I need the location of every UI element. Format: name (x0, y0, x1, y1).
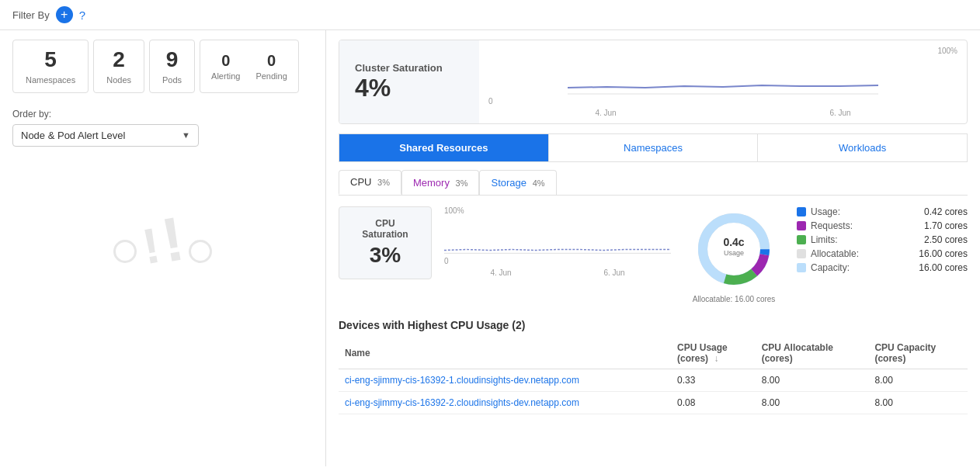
x-label-1: 4. Jun (595, 109, 616, 117)
help-button[interactable]: ? (79, 9, 85, 22)
alert-pending-stat: 0 Alerting 0 Pending (200, 40, 299, 93)
sub-tab-cpu[interactable]: CPU 3% (339, 170, 401, 195)
cpu-x-label-1: 4. Jun (490, 268, 511, 277)
limits-legend-dot (797, 235, 806, 244)
usage-legend-value: 0.42 cores (905, 206, 968, 217)
right-panel: Cluster Saturation 4% 100% 0 4. Jun 6. J… (326, 30, 980, 466)
chart-bottom-label: 0 (488, 97, 957, 106)
chart-x-labels: 4. Jun 6. Jun (488, 109, 957, 117)
legend-limits: Limits: 2.50 cores (797, 234, 968, 245)
device-cpu-cap: 8.00 (868, 369, 968, 392)
requests-legend-label: Requests: (811, 220, 853, 231)
capacity-legend-value: 16.00 cores (905, 262, 968, 273)
col-cpu-alloc: CPU Allocatable(cores) (756, 338, 869, 369)
device-cpu-usage: 0.08 (671, 392, 756, 414)
top-bar: Filter By + ? (0, 0, 980, 30)
pending-stat: 0 Pending (255, 52, 287, 81)
table-header-row: Name CPU Usage(cores) ↓ CPU Allocatable(… (339, 338, 968, 369)
namespaces-label: Namespaces (26, 75, 75, 85)
order-by-dropdown[interactable]: Node & Pod Alert Level ▼ (12, 124, 199, 147)
usage-legend-label: Usage: (811, 206, 840, 217)
storage-tab-label: Storage (491, 177, 526, 189)
cpu-line-chart (444, 216, 671, 255)
cpu-chart-top-label: 100% (444, 206, 671, 215)
donut-center-label: Usage (724, 249, 744, 257)
cpu-section: CPU Saturation 3% 100% 0 4. Jun 6. Jun (339, 206, 968, 303)
memory-tab-badge: 3% (456, 178, 468, 188)
device-cpu-cap: 8.00 (868, 392, 968, 414)
namespaces-stat: 5 Namespaces (12, 40, 89, 93)
devices-table: Name CPU Usage(cores) ↓ CPU Allocatable(… (339, 338, 968, 414)
device-name-cell: ci-eng-sjimmy-cis-16392-1.cloudinsights-… (339, 369, 671, 392)
devices-section: Devices with Highest CPU Usage (2) Name … (339, 319, 968, 414)
memory-tab-label: Memory (413, 177, 450, 189)
col-name: Name (339, 338, 671, 369)
allocatable-legend-dot (797, 249, 806, 258)
device-cpu-alloc: 8.00 (756, 369, 869, 392)
cluster-saturation-line-chart (488, 57, 957, 95)
chart-top-label: 100% (488, 47, 957, 55)
device-name-cell: ci-eng-sjimmy-cis-16392-2.cloudinsights-… (339, 392, 671, 414)
device-cpu-usage: 0.33 (671, 369, 756, 392)
donut-center-value: 0.4c (723, 236, 744, 248)
legend-capacity: Capacity: 16.00 cores (797, 262, 968, 273)
pending-label: Pending (255, 71, 287, 81)
cpu-x-label-2: 6. Jun (603, 268, 624, 277)
sub-tab-memory[interactable]: Memory 3% (401, 170, 479, 195)
table-row: ci-eng-sjimmy-cis-16392-2.cloudinsights-… (339, 392, 968, 414)
cpu-saturation-box: CPU Saturation 3% (339, 206, 432, 279)
cluster-saturation-chart: 100% 0 4. Jun 6. Jun (479, 40, 967, 123)
cluster-saturation-card: Cluster Saturation 4% 100% 0 4. Jun 6. J… (339, 40, 968, 124)
requests-legend-value: 1.70 cores (905, 220, 968, 231)
pods-value: 9 (162, 48, 182, 72)
allocatable-legend-value: 16.00 cores (905, 248, 968, 259)
storage-tab-badge: 4% (533, 178, 545, 188)
main-tabs: Shared Resources Namespaces Workloads (339, 133, 968, 162)
donut-allocatable-label: Allocatable: 16.00 cores (693, 295, 776, 303)
cluster-saturation-value: 4% (355, 74, 464, 102)
empty-state: ! ! (12, 209, 313, 271)
cpu-tab-badge: 3% (377, 178, 390, 187)
alerting-stat: 0 Alerting (211, 52, 240, 81)
donut-chart: 0.4c Usage (691, 206, 777, 292)
filter-by-label: Filter By (12, 9, 50, 21)
cpu-sat-label1: CPU (353, 218, 417, 229)
pods-stat: 9 Pods (149, 40, 195, 93)
tab-shared-resources[interactable]: Shared Resources (339, 134, 549, 161)
cpu-chart-bottom-label: 0 (444, 257, 671, 265)
cluster-saturation-box: Cluster Saturation 4% (339, 40, 479, 123)
limits-legend-value: 2.50 cores (905, 234, 968, 245)
requests-legend-dot (797, 221, 806, 230)
tab-namespaces[interactable]: Namespaces (549, 134, 759, 161)
cpu-chart-area: 100% 0 4. Jun 6. Jun (444, 206, 671, 277)
limits-legend-label: Limits: (811, 234, 838, 245)
capacity-legend-label: Capacity: (811, 262, 850, 273)
device-name-link[interactable]: ci-eng-sjimmy-cis-16392-2.cloudinsights-… (345, 397, 579, 408)
sub-tab-storage[interactable]: Storage 4% (479, 170, 556, 195)
capacity-legend-dot (797, 263, 806, 272)
order-by-value: Node & Pod Alert Level (21, 130, 125, 141)
legend-allocatable: Allocatable: 16.00 cores (797, 248, 968, 259)
table-row: ci-eng-sjimmy-cis-16392-1.cloudinsights-… (339, 369, 968, 392)
usage-legend-dot (797, 207, 806, 216)
legend-usage: Usage: 0.42 cores (797, 206, 968, 217)
nodes-label: Nodes (106, 75, 131, 85)
legend-area: Usage: 0.42 cores Requests: 1.70 cores L… (797, 206, 968, 273)
device-cpu-alloc: 8.00 (756, 392, 869, 414)
add-filter-button[interactable]: + (56, 6, 73, 23)
stats-row: 5 Namespaces 2 Nodes 9 Pods 0 Alerting 0 (12, 40, 313, 93)
allocatable-legend-label: Allocatable: (811, 248, 859, 259)
cluster-saturation-label: Cluster Saturation (355, 62, 464, 74)
col-cpu-usage: CPU Usage(cores) ↓ (671, 338, 756, 369)
alerting-value: 0 (211, 52, 240, 70)
legend-requests: Requests: 1.70 cores (797, 220, 968, 231)
col-cpu-cap: CPU Capacity(cores) (868, 338, 968, 369)
cpu-sat-label2: Saturation (353, 229, 417, 240)
circle-icon-2 (189, 240, 212, 263)
devices-title: Devices with Highest CPU Usage (2) (339, 319, 968, 331)
tab-workloads[interactable]: Workloads (758, 134, 967, 161)
device-name-link[interactable]: ci-eng-sjimmy-cis-16392-1.cloudinsights-… (345, 375, 579, 386)
main-layout: 5 Namespaces 2 Nodes 9 Pods 0 Alerting 0 (0, 30, 980, 466)
nodes-value: 2 (106, 48, 131, 72)
cpu-sat-value: 3% (353, 243, 417, 268)
